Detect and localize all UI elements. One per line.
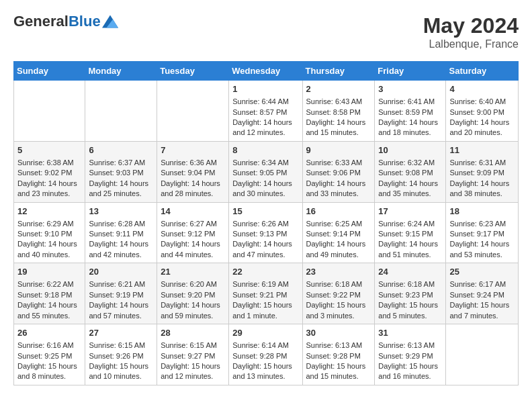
day-info: Sunrise: 6:28 AMSunset: 9:11 PMDaylight:… <box>89 219 153 261</box>
day-number: 7 <box>161 144 225 156</box>
day-number: 3 <box>378 83 442 95</box>
day-number: 28 <box>161 327 225 339</box>
calendar-week-row: 26Sunrise: 6:16 AMSunset: 9:25 PMDayligh… <box>14 324 519 385</box>
day-number: 17 <box>378 205 442 218</box>
day-info: Sunrise: 6:20 AMSunset: 9:20 PMDaylight:… <box>161 279 225 321</box>
month-year-title: May 2024 <box>423 13 519 38</box>
calendar-day-cell: 22Sunrise: 6:19 AMSunset: 9:21 PMDayligh… <box>229 263 302 324</box>
logo-general-text: General <box>13 13 69 30</box>
calendar-day-cell: 28Sunrise: 6:15 AMSunset: 9:27 PMDayligh… <box>157 324 229 385</box>
day-info: Sunrise: 6:13 AMSunset: 9:29 PMDaylight:… <box>378 340 442 382</box>
day-info: Sunrise: 6:24 AMSunset: 9:15 PMDaylight:… <box>378 219 442 261</box>
calendar-day-cell: 2Sunrise: 6:43 AMSunset: 8:58 PMDaylight… <box>302 81 375 142</box>
calendar-day-cell: 1Sunrise: 6:44 AMSunset: 8:57 PMDaylight… <box>229 81 302 142</box>
day-of-week-header: Sunday <box>14 62 85 81</box>
day-info: Sunrise: 6:16 AMSunset: 9:25 PMDaylight:… <box>17 340 81 382</box>
day-of-week-header: Thursday <box>302 62 375 81</box>
day-info: Sunrise: 6:15 AMSunset: 9:27 PMDaylight:… <box>161 340 225 382</box>
calendar-day-cell: 16Sunrise: 6:25 AMSunset: 9:14 PMDayligh… <box>302 202 375 263</box>
calendar-day-cell: 27Sunrise: 6:15 AMSunset: 9:26 PMDayligh… <box>85 324 157 385</box>
day-info: Sunrise: 6:15 AMSunset: 9:26 PMDaylight:… <box>89 340 153 382</box>
day-info: Sunrise: 6:18 AMSunset: 9:22 PMDaylight:… <box>306 279 371 321</box>
calendar-day-cell: 5Sunrise: 6:38 AMSunset: 9:02 PMDaylight… <box>14 141 85 202</box>
day-info: Sunrise: 6:40 AMSunset: 9:00 PMDaylight:… <box>449 97 515 138</box>
calendar-day-cell: 17Sunrise: 6:24 AMSunset: 9:15 PMDayligh… <box>375 202 446 263</box>
day-number: 25 <box>449 266 515 278</box>
day-number: 2 <box>306 83 371 95</box>
day-number: 27 <box>89 327 153 339</box>
page-header: GeneralBlue May 2024 Lalbenque, France <box>13 13 519 50</box>
day-info: Sunrise: 6:44 AMSunset: 8:57 PMDaylight:… <box>232 97 298 138</box>
calendar-day-cell: 6Sunrise: 6:37 AMSunset: 9:03 PMDaylight… <box>85 141 157 202</box>
day-info: Sunrise: 6:32 AMSunset: 9:08 PMDaylight:… <box>378 158 442 199</box>
day-info: Sunrise: 6:33 AMSunset: 9:06 PMDaylight:… <box>306 158 371 199</box>
day-info: Sunrise: 6:23 AMSunset: 9:17 PMDaylight:… <box>449 219 515 261</box>
day-of-week-header: Friday <box>375 62 446 81</box>
day-number: 22 <box>232 266 298 278</box>
day-number: 19 <box>17 266 81 278</box>
calendar-day-cell: 15Sunrise: 6:26 AMSunset: 9:13 PMDayligh… <box>229 202 302 263</box>
day-info: Sunrise: 6:26 AMSunset: 9:13 PMDaylight:… <box>232 219 298 261</box>
calendar-header-row: SundayMondayTuesdayWednesdayThursdayFrid… <box>14 62 519 81</box>
calendar-day-cell <box>446 324 519 385</box>
day-number: 26 <box>17 327 81 339</box>
day-number: 9 <box>306 144 371 156</box>
calendar-day-cell: 24Sunrise: 6:18 AMSunset: 9:23 PMDayligh… <box>375 263 446 324</box>
day-number: 10 <box>378 144 442 156</box>
calendar-day-cell: 26Sunrise: 6:16 AMSunset: 9:25 PMDayligh… <box>14 324 85 385</box>
day-info: Sunrise: 6:17 AMSunset: 9:24 PMDaylight:… <box>449 279 515 321</box>
day-number: 11 <box>449 144 515 156</box>
day-number: 1 <box>232 83 298 95</box>
calendar-day-cell: 18Sunrise: 6:23 AMSunset: 9:17 PMDayligh… <box>446 202 519 263</box>
day-of-week-header: Tuesday <box>157 62 229 81</box>
day-number: 14 <box>161 205 225 218</box>
day-of-week-header: Monday <box>85 62 157 81</box>
calendar-day-cell: 11Sunrise: 6:31 AMSunset: 9:09 PMDayligh… <box>446 141 519 202</box>
calendar-day-cell: 12Sunrise: 6:29 AMSunset: 9:10 PMDayligh… <box>14 202 85 263</box>
calendar-day-cell <box>14 81 85 142</box>
day-info: Sunrise: 6:41 AMSunset: 8:59 PMDaylight:… <box>378 97 442 138</box>
calendar-day-cell: 4Sunrise: 6:40 AMSunset: 9:00 PMDaylight… <box>446 81 519 142</box>
calendar-day-cell: 30Sunrise: 6:13 AMSunset: 9:28 PMDayligh… <box>302 324 375 385</box>
day-number: 23 <box>306 266 371 278</box>
day-number: 31 <box>378 327 442 339</box>
calendar-day-cell: 19Sunrise: 6:22 AMSunset: 9:18 PMDayligh… <box>14 263 85 324</box>
calendar-day-cell <box>85 81 157 142</box>
calendar-day-cell: 13Sunrise: 6:28 AMSunset: 9:11 PMDayligh… <box>85 202 157 263</box>
day-info: Sunrise: 6:22 AMSunset: 9:18 PMDaylight:… <box>17 279 81 321</box>
day-info: Sunrise: 6:18 AMSunset: 9:23 PMDaylight:… <box>378 279 442 321</box>
day-info: Sunrise: 6:14 AMSunset: 9:28 PMDaylight:… <box>232 340 298 382</box>
day-number: 21 <box>161 266 225 278</box>
day-number: 29 <box>232 327 298 339</box>
calendar-day-cell: 20Sunrise: 6:21 AMSunset: 9:19 PMDayligh… <box>85 263 157 324</box>
day-number: 12 <box>17 205 81 218</box>
calendar-day-cell: 31Sunrise: 6:13 AMSunset: 9:29 PMDayligh… <box>375 324 446 385</box>
day-number: 4 <box>449 83 515 95</box>
calendar-day-cell: 8Sunrise: 6:34 AMSunset: 9:05 PMDaylight… <box>229 141 302 202</box>
day-info: Sunrise: 6:19 AMSunset: 9:21 PMDaylight:… <box>232 279 298 321</box>
day-number: 24 <box>378 266 442 278</box>
location-subtitle: Lalbenque, France <box>423 38 519 50</box>
calendar-day-cell: 29Sunrise: 6:14 AMSunset: 9:28 PMDayligh… <box>229 324 302 385</box>
title-section: May 2024 Lalbenque, France <box>423 13 519 50</box>
day-number: 13 <box>89 205 153 218</box>
day-info: Sunrise: 6:25 AMSunset: 9:14 PMDaylight:… <box>306 219 371 261</box>
calendar-day-cell: 7Sunrise: 6:36 AMSunset: 9:04 PMDaylight… <box>157 141 229 202</box>
calendar-table: SundayMondayTuesdayWednesdayThursdayFrid… <box>13 61 519 385</box>
day-number: 6 <box>89 144 153 156</box>
calendar-day-cell: 3Sunrise: 6:41 AMSunset: 8:59 PMDaylight… <box>375 81 446 142</box>
calendar-day-cell: 10Sunrise: 6:32 AMSunset: 9:08 PMDayligh… <box>375 141 446 202</box>
day-of-week-header: Wednesday <box>229 62 302 81</box>
day-info: Sunrise: 6:27 AMSunset: 9:12 PMDaylight:… <box>161 219 225 261</box>
calendar-day-cell: 14Sunrise: 6:27 AMSunset: 9:12 PMDayligh… <box>157 202 229 263</box>
logo-blue-text: Blue <box>69 13 101 30</box>
day-info: Sunrise: 6:34 AMSunset: 9:05 PMDaylight:… <box>232 158 298 199</box>
calendar-week-row: 12Sunrise: 6:29 AMSunset: 9:10 PMDayligh… <box>14 202 519 263</box>
calendar-day-cell: 25Sunrise: 6:17 AMSunset: 9:24 PMDayligh… <box>446 263 519 324</box>
calendar-day-cell <box>157 81 229 142</box>
calendar-day-cell: 21Sunrise: 6:20 AMSunset: 9:20 PMDayligh… <box>157 263 229 324</box>
day-number: 30 <box>306 327 371 339</box>
day-info: Sunrise: 6:13 AMSunset: 9:28 PMDaylight:… <box>306 340 371 382</box>
day-number: 20 <box>89 266 153 278</box>
day-of-week-header: Saturday <box>446 62 519 81</box>
